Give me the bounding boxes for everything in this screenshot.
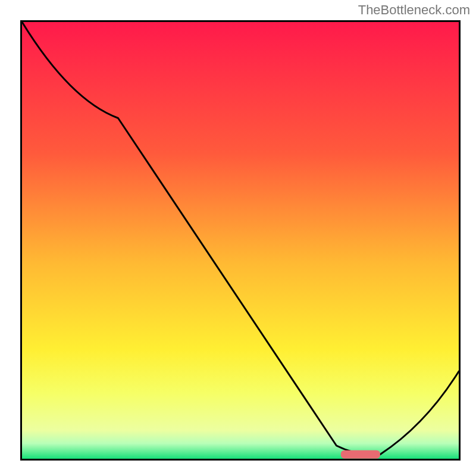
chart-area bbox=[20, 20, 461, 461]
optimal-marker bbox=[22, 22, 459, 459]
svg-rect-1 bbox=[341, 450, 380, 459]
site-credit: TheBottleneck.com bbox=[358, 2, 470, 18]
